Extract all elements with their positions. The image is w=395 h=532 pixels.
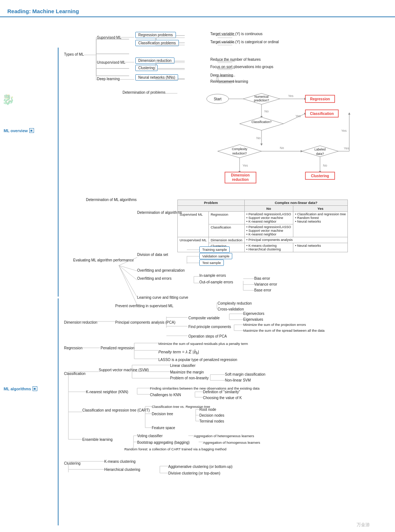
variance-error: Variance error — [254, 282, 277, 286]
division-dataset: Division of data set — [137, 253, 168, 257]
clust-yes-cell: • Neural networks — [293, 243, 348, 252]
svg-text:Classification?: Classification? — [252, 120, 272, 124]
svg-text:Start: Start — [214, 97, 221, 101]
table-empty-header — [178, 206, 245, 212]
svg-text:No: No — [264, 109, 269, 113]
svg-line-82 — [119, 265, 137, 280]
bias-error: Bias error — [254, 276, 270, 280]
training-sample: Training sample — [199, 246, 230, 253]
pca-label: Principal components analysis (PCA) — [115, 320, 176, 324]
svg-text:Yes: Yes — [296, 114, 301, 118]
determination-of-algorithms: Determination of algorithms — [137, 211, 182, 215]
svg-line-33 — [283, 114, 305, 124]
definition-similarity: Definition of "similarity" — [203, 390, 240, 394]
svg-text:Dimension: Dimension — [231, 173, 249, 177]
ml-algorithms-icon: ▣ — [33, 386, 37, 391]
reinforcement-learning: Reinforcement learning — [210, 79, 248, 83]
learning-curve: Learning curve and fitting curve — [137, 295, 188, 300]
svm-label: Support vector machine (SVM) — [99, 368, 149, 372]
choosing-k: Choosing the value of K — [203, 396, 242, 400]
overfitting-generalization: Overfitting and generalization — [137, 268, 185, 272]
challenges-knn: Challenges to KNN — [150, 393, 181, 397]
operation-steps-pca: Operation steps of PCA — [188, 334, 227, 338]
svg-text:Classification: Classification — [310, 112, 334, 116]
svg-text:Yes: Yes — [344, 146, 349, 150]
soft-margin: Soft margin classification — [225, 372, 266, 376]
decision-nodes: Decision nodes — [199, 413, 224, 417]
ensemble-learning-label: Ensemble learning — [82, 438, 113, 442]
watermark: 万金游 — [357, 522, 370, 528]
eigenvectors: Eigenvectors — [243, 312, 264, 316]
composite-variable: Composite variable — [188, 316, 220, 320]
table-complex-header: Complex non-linear data? — [244, 200, 348, 206]
complexity-reduction-node: Complexity reduction — [218, 301, 252, 305]
svg-text:No: No — [323, 164, 327, 167]
root-node: Root node — [199, 408, 216, 412]
map-container: Types of ML Supervised ML Unsupervised M… — [64, 20, 395, 529]
prevent-overfitting: Prevent overfitting in supervised ML — [115, 304, 173, 308]
table-problem-header: Problem — [178, 200, 245, 206]
knn-label: K-nearest neighbor (KNN) — [86, 390, 128, 394]
flowchart-svg: Start Numerical prediction? Yes Regressi… — [177, 92, 390, 194]
reg-no-cell: • Penalized regression/LASSO• Support ve… — [244, 212, 293, 224]
penalized-regression: Penalized regression — [101, 346, 135, 350]
clust-no-cell: • K-means clustering• Hierarchical clust… — [244, 243, 293, 252]
svg-text:Yes: Yes — [288, 94, 294, 98]
nonlinear-svm: Non-linear SVM — [225, 378, 251, 382]
svg-line-83 — [119, 265, 137, 297]
page-title: Reading: Machine Learning — [7, 8, 79, 14]
clustering-section-label: Clustering — [64, 461, 80, 465]
cross-validation: Cross-validation — [218, 307, 244, 311]
supervised-ml-node: Supervised ML — [97, 36, 121, 40]
deep-learning-node: Deep learning — [97, 77, 120, 81]
class-no-cell: • Penalized regression/LASSO• Support ve… — [244, 224, 293, 237]
classification-cell: Classification — [208, 224, 244, 237]
classification-problems-node: Classification problems — [135, 40, 179, 46]
algorithm-table: Problem Complex non-linear data? No Yes … — [177, 200, 348, 252]
unsupervised-ml-node: Unsupervised ML — [97, 60, 125, 64]
svg-text:Labeled: Labeled — [315, 148, 326, 151]
page: Reading: Machine Learning ML overview ▣ … — [0, 0, 395, 532]
regression-problems-node: Regression problems — [135, 32, 176, 38]
ml-overview-label: ML overview ▣ — [4, 128, 34, 133]
maximize-margin: Maximize the margin — [170, 370, 204, 374]
voting-classifier: Voting classifier — [137, 434, 162, 438]
svg-line-84 — [119, 265, 137, 305]
svg-marker-39 — [218, 145, 262, 158]
overview-line — [58, 48, 59, 297]
lasso-popular: LASSO is a popular type of penalized reg… — [158, 358, 237, 362]
random-forest: Random forest: a collection of CART trai… — [124, 447, 226, 451]
table-yes-header: Yes — [293, 206, 348, 212]
table-row-supervised: Supervised ML Regression • Penalized reg… — [178, 212, 348, 224]
validation-sample: Validation sample — [199, 253, 232, 259]
header: Reading: Machine Learning — [0, 4, 395, 17]
types-of-ml: Types of ML — [64, 52, 84, 56]
target-continuous: Target variable (Y) is continuous — [210, 32, 263, 36]
regression-section: Regression — [64, 346, 83, 350]
target-categorical: Target variable (Y) is categorical or or… — [210, 40, 279, 44]
problem-nonlinearity: Problem of non-linearity — [170, 376, 209, 380]
table-row-unsupervised: Unsupervised ML Dimension reduction • Pr… — [178, 237, 348, 243]
insample-errors: In-sample errors — [199, 274, 226, 278]
regression-cell: Regression — [208, 212, 244, 224]
svg-text:data?: data? — [316, 152, 324, 156]
maximize-spread: Maximize the sum of the spread between a… — [243, 328, 324, 332]
bootstrap-aggregating: Bootstrap aggregating (bagging) — [137, 440, 189, 444]
supervised-ml-cell: Supervised ML — [178, 212, 209, 237]
find-principle: Find principle components — [188, 325, 231, 329]
terminal-nodes: Terminal nodes — [199, 419, 224, 423]
ml-overview-icon: ▣ — [29, 128, 34, 133]
svg-text:Yes: Yes — [341, 129, 347, 133]
kmeans-clustering: K-means clustering — [104, 460, 136, 464]
decision-tree-label: Decision tree — [152, 412, 173, 416]
overfitting-errors-label: Overfitting and errors — [137, 276, 172, 280]
feature-space: Feature space — [152, 426, 175, 430]
algorithm-table-container: Problem Complex non-linear data? No Yes … — [177, 200, 348, 252]
dimension-reduction-node: Dimension reduction — [135, 57, 174, 64]
dimension-reduction-section: Dimension reduction — [64, 320, 97, 324]
minimize-projection: Minimize the sum of the projection error… — [243, 323, 306, 327]
svg-text:No: No — [280, 146, 284, 150]
svg-text:Numerical: Numerical — [255, 95, 268, 98]
evaluating-label: Evaluating ML algorithm performance — [73, 258, 134, 262]
watermark-image: 🐉 — [2, 93, 15, 105]
